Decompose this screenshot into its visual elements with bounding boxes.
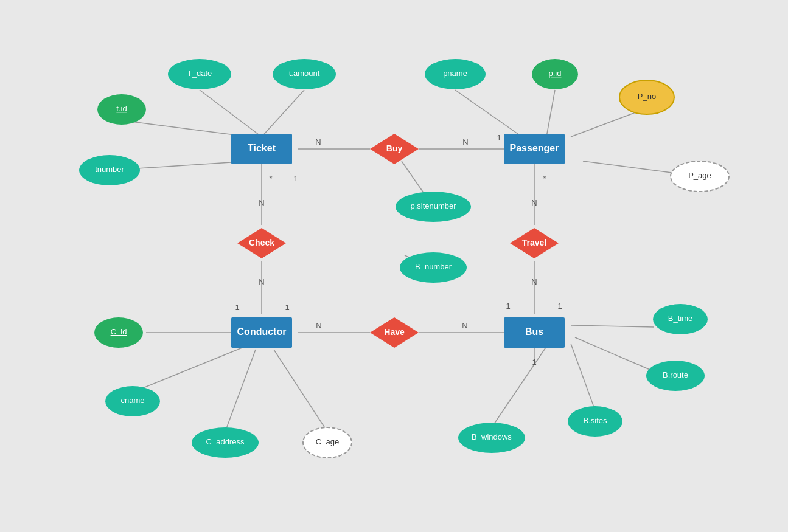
attr-t-id-label: t.id [116, 104, 127, 113]
attr-tnumber-label: tnumber [95, 165, 124, 174]
relation-travel-label: Travel [522, 238, 546, 247]
attr-pname-label: pname [443, 69, 467, 78]
card-check-conductor-n: N [259, 277, 264, 286]
card-conductor-check-1b: 1 [285, 303, 289, 312]
card-bus-bottom-1: 1 [532, 358, 536, 367]
attr-b-windows-label: B_windows [472, 432, 512, 441]
attr-c-address-label: C_address [206, 437, 245, 446]
attr-b-number-label: B_number [415, 262, 452, 271]
attr-b-time-label: B_time [668, 314, 692, 323]
card-buy-passenger-n: N [462, 137, 468, 147]
card-conductor-have-n: N [316, 321, 321, 330]
card-passenger-travel-n: N [531, 198, 537, 207]
card-ticket-check-1: 1 [293, 174, 298, 183]
card-conductor-check-1: 1 [235, 303, 239, 312]
attr-t-date-label: T_date [187, 69, 212, 78]
entity-ticket-label: Ticket [248, 143, 276, 153]
attr-p-age-label: P_age [688, 171, 711, 180]
attr-cname-label: cname [120, 396, 144, 405]
entity-passenger-label: Passenger [510, 143, 559, 153]
card-travel-bus-n: N [531, 277, 537, 286]
relation-check-label: Check [249, 238, 274, 247]
entity-bus-label: Bus [525, 326, 543, 337]
card-ticket-buy-n: N [315, 137, 321, 147]
attr-c-id-label: C_id [111, 327, 127, 336]
attr-p-no-label: P_no [638, 92, 656, 101]
attr-b-route-label: B.route [663, 370, 688, 379]
card-buy-passenger-1: 1 [497, 133, 501, 142]
card-have-bus-n: N [462, 321, 467, 330]
card-passenger-star: * [543, 174, 546, 183]
relation-buy-label: Buy [386, 143, 403, 153]
attr-p-id-label: p.id [549, 69, 562, 78]
attr-t-amount-label: t.amount [289, 69, 320, 78]
card-check-n: N [259, 198, 264, 207]
attr-c-age-label: C_age [316, 437, 339, 446]
attr-b-sites-label: B.sites [583, 416, 607, 425]
entity-conductor-label: Conductor [237, 326, 287, 337]
card-ticket-check-star: * [269, 174, 272, 183]
er-diagram: Ticket Passenger Conductor Bus Buy Check… [0, 0, 788, 532]
card-bus-have-1: 1 [557, 302, 562, 311]
card-bus-travel-1: 1 [506, 302, 510, 311]
svg-rect-0 [0, 0, 788, 532]
relation-have-label: Have [384, 327, 405, 337]
attr-p-sitenumber-label: p.sitenumber [410, 201, 456, 210]
